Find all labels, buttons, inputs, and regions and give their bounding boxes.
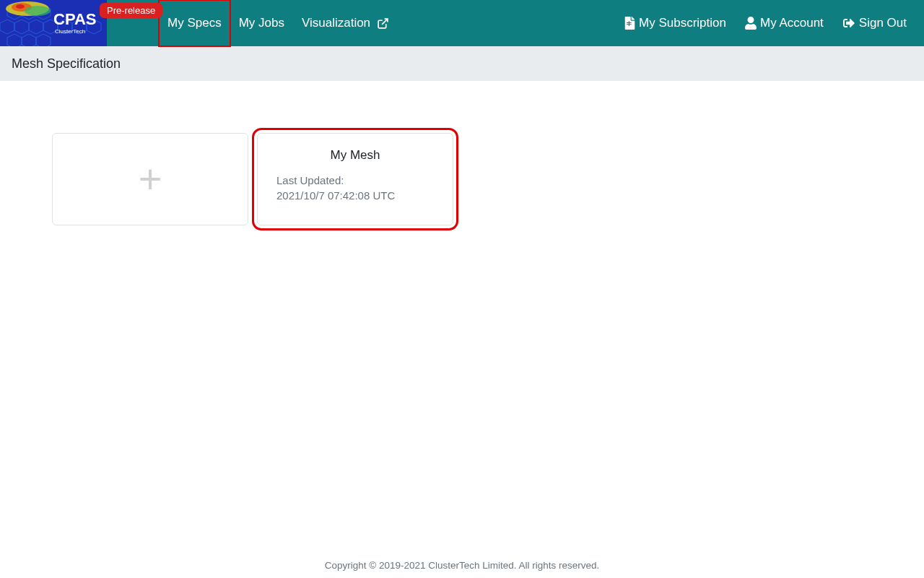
- add-spec-card[interactable]: +: [52, 133, 248, 225]
- nav-my-jobs[interactable]: My Jobs: [230, 0, 293, 46]
- svg-line-18: [382, 19, 388, 25]
- plus-icon: +: [139, 159, 162, 199]
- mesh-updated: Last Updated: 2021/10/7 07:42:08 UTC: [276, 173, 434, 203]
- mesh-updated-value: 2021/10/7 07:42:08 UTC: [276, 188, 434, 203]
- mesh-updated-label: Last Updated:: [276, 173, 434, 188]
- mesh-title: My Mesh: [276, 148, 434, 163]
- nav-visualization[interactable]: Visualization: [293, 0, 398, 46]
- nav-my-account-label: My Account: [760, 16, 824, 30]
- brand-sub-text: ClusterTech: [55, 28, 85, 35]
- brand-name-text: CPAS: [53, 10, 97, 28]
- page-title: Mesh Specification: [12, 56, 121, 72]
- nav-right: My Subscription My Account Sign Out: [620, 0, 924, 46]
- page-header: Mesh Specification: [0, 46, 924, 81]
- nav-my-account[interactable]: My Account: [741, 0, 828, 46]
- nav-my-specs-label: My Specs: [167, 16, 222, 30]
- mesh-spec-card[interactable]: My Mesh Last Updated: 2021/10/7 07:42:08…: [257, 133, 453, 225]
- nav-sign-out-label: Sign Out: [859, 16, 907, 30]
- nav-my-subscription-label: My Subscription: [639, 16, 726, 30]
- user-icon: [745, 17, 757, 30]
- nav-my-specs[interactable]: My Specs: [159, 0, 230, 46]
- sign-out-icon: [842, 17, 855, 29]
- svg-point-17: [25, 6, 51, 16]
- svg-point-16: [16, 4, 25, 9]
- footer-text: Copyright © 2019-2021 ClusterTech Limite…: [325, 560, 600, 571]
- navbar: CPAS ClusterTech Pre-release My Specs My…: [0, 0, 924, 46]
- nav-left: My Specs My Jobs Visualization: [159, 0, 398, 46]
- content-area: + My Mesh Last Updated: 2021/10/7 07:42:…: [0, 81, 924, 225]
- external-link-icon: [377, 17, 389, 30]
- nav-visualization-label: Visualization: [302, 16, 370, 30]
- pre-release-badge: Pre-release: [100, 3, 162, 18]
- footer: Copyright © 2019-2021 ClusterTech Limite…: [0, 560, 924, 571]
- brand-logo[interactable]: CPAS ClusterTech Pre-release: [0, 0, 107, 46]
- nav-my-subscription[interactable]: My Subscription: [620, 0, 731, 46]
- invoice-icon: [624, 17, 635, 30]
- nav-sign-out[interactable]: Sign Out: [838, 0, 911, 46]
- nav-my-jobs-label: My Jobs: [239, 16, 284, 30]
